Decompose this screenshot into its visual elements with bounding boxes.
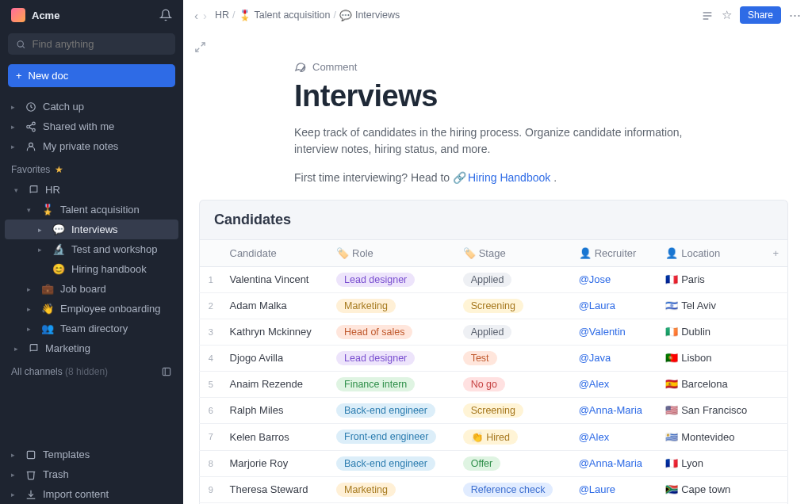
tree-test[interactable]: ▸ 🔬 Test and workshop <box>0 239 183 259</box>
star-icon[interactable]: ☆ <box>722 8 732 22</box>
cell-candidate[interactable]: Kathryn Mckinney <box>222 319 329 345</box>
cell-recruiter[interactable]: @Laure <box>571 476 658 502</box>
workspace-switcher[interactable]: Acme <box>11 8 59 22</box>
tree-interviews[interactable]: ▸ 💬 Interviews <box>5 220 178 239</box>
cell-candidate[interactable]: Valentina Vincent <box>222 266 329 292</box>
table-row[interactable]: 4Djogo AvillaLead designerTest@Java🇵🇹Lis… <box>200 345 788 371</box>
add-column-button[interactable]: + <box>764 239 788 266</box>
cell-location[interactable]: 🇵🇹Lisbon <box>657 345 764 371</box>
nav-private[interactable]: ▸ My private notes <box>0 136 183 156</box>
table-row[interactable]: 3Kathryn MckinneyHead of salesApplied@Va… <box>200 319 788 345</box>
share-button[interactable]: Share <box>740 6 781 24</box>
cell-role[interactable]: Lead designer <box>328 266 455 292</box>
notifications-icon[interactable] <box>159 9 172 22</box>
table-row[interactable]: 9Theresa StewardMarketingReference check… <box>200 476 788 502</box>
cell-location[interactable]: 🇫🇷Lyon <box>657 450 764 476</box>
tree-hr[interactable]: ▾ HR <box>0 180 183 200</box>
cell-candidate[interactable]: Theresa Steward <box>222 476 329 502</box>
table-row[interactable]: 1Valentina VincentLead designerApplied@J… <box>200 266 788 292</box>
cell-recruiter[interactable]: @Alex <box>571 371 658 397</box>
page-description[interactable]: Keep track of candidates in the hiring p… <box>294 124 707 158</box>
cell-role[interactable]: Marketing <box>328 476 455 502</box>
tree-marketing[interactable]: ▸ Marketing <box>0 338 183 358</box>
cell-recruiter[interactable]: @Jose <box>571 266 658 292</box>
nav-import[interactable]: ▸ Import content <box>0 484 183 504</box>
new-doc-button[interactable]: + New doc <box>8 64 175 87</box>
col-role[interactable]: 🏷️Role <box>328 239 455 266</box>
cell-stage[interactable]: 👏 Hired <box>455 423 571 450</box>
nav-trash[interactable]: ▸ Trash <box>0 464 183 484</box>
table-row[interactable]: 2Adam MalkaMarketingScreening@Laura🇮🇱Tel… <box>200 292 788 319</box>
toc-icon[interactable] <box>701 8 714 22</box>
tree-handbook[interactable]: ▸ 😊 Hiring handbook <box>0 259 183 279</box>
cell-candidate[interactable]: Ralph Miles <box>222 397 329 423</box>
cell-stage[interactable]: Screening <box>455 397 571 423</box>
search-input[interactable] <box>33 38 168 50</box>
cell-location[interactable]: 🇫🇷Paris <box>657 266 764 292</box>
cell-stage[interactable]: No go <box>455 371 571 397</box>
back-button[interactable]: ‹ <box>194 9 198 22</box>
cell-recruiter[interactable]: @Laura <box>571 292 658 319</box>
nav-shared[interactable]: ▸ Shared with me <box>0 116 183 136</box>
forward-button[interactable]: › <box>203 9 207 22</box>
cell-role[interactable]: Back-end engineer <box>328 450 455 476</box>
table-row[interactable]: 7Kelen BarrosFront-end engineer👏 Hired@A… <box>200 423 788 450</box>
col-recruiter[interactable]: 👤Recruiter <box>571 239 658 266</box>
page-title[interactable]: Interviews <box>294 79 764 113</box>
cell-role[interactable]: Lead designer <box>328 345 455 371</box>
tree-talent[interactable]: ▾ 🎖️ Talent acquisition <box>0 200 183 220</box>
cell-location[interactable]: 🇮🇱Tel Aviv <box>657 292 764 319</box>
table-row[interactable]: 6Ralph MilesBack-end engineerScreening@A… <box>200 397 788 423</box>
tree-directory[interactable]: ▸ 👥 Team directory <box>0 319 183 338</box>
cell-recruiter[interactable]: @Java <box>571 345 658 371</box>
svg-point-8 <box>29 143 33 147</box>
cell-role[interactable]: Back-end engineer <box>328 397 455 423</box>
more-icon[interactable]: ⋯ <box>789 8 801 22</box>
cell-candidate[interactable]: Adam Malka <box>222 292 329 319</box>
cell-stage[interactable]: Offer <box>455 450 571 476</box>
breadcrumb-hr[interactable]: HR <box>215 10 229 21</box>
all-channels[interactable]: All channels (8 hidden) <box>0 358 183 385</box>
cell-candidate[interactable]: Marjorie Roy <box>222 450 329 476</box>
collapse-icon[interactable] <box>161 366 172 377</box>
cell-location[interactable]: 🇮🇪Dublin <box>657 319 764 345</box>
cell-stage[interactable]: Screening <box>455 292 571 319</box>
cell-recruiter[interactable]: @Anna-Maria <box>571 450 658 476</box>
nav-catch-up[interactable]: ▸ Catch up <box>0 97 183 116</box>
hiring-handbook-link[interactable]: Hiring Handbook <box>468 171 550 184</box>
cell-location[interactable]: 🇪🇸Barcelona <box>657 371 764 397</box>
cell-recruiter[interactable]: @Anna-Maria <box>571 397 658 423</box>
cell-recruiter[interactable]: @Valentin <box>571 319 658 345</box>
tree-jobboard[interactable]: ▸ 💼 Job board <box>0 279 183 299</box>
breadcrumb-interviews[interactable]: Interviews <box>355 10 400 21</box>
cell-candidate[interactable]: Anaim Rezende <box>222 371 329 397</box>
cell-location[interactable]: 🇺🇾Montevideo <box>657 423 764 450</box>
expand-icon[interactable] <box>183 31 812 61</box>
breadcrumb-talent[interactable]: Talent acquisition <box>255 10 331 21</box>
table-row[interactable]: 5Anaim RezendeFinance internNo go@Alex🇪🇸… <box>200 371 788 397</box>
cell-role[interactable]: Finance intern <box>328 371 455 397</box>
cell-role[interactable]: Front-end engineer <box>328 423 455 450</box>
col-stage[interactable]: 🏷️Stage <box>455 239 571 266</box>
cell-stage[interactable]: Test <box>455 345 571 371</box>
cell-role[interactable]: Head of sales <box>328 319 455 345</box>
cell-candidate[interactable]: Kelen Barros <box>222 423 329 450</box>
cell-stage[interactable]: Reference check <box>455 476 571 502</box>
flag-icon: 🇵🇹 <box>665 352 678 364</box>
search-box[interactable] <box>8 33 175 55</box>
star-icon: ★ <box>55 164 63 175</box>
cell-role[interactable]: Marketing <box>328 292 455 319</box>
cell-stage[interactable]: Applied <box>455 266 571 292</box>
col-candidate[interactable]: Candidate <box>222 239 329 266</box>
tree-onboarding[interactable]: ▸ 👋 Employee onboarding <box>0 299 183 319</box>
row-number: 2 <box>200 292 222 319</box>
col-location[interactable]: 👤Location <box>657 239 764 266</box>
cell-location[interactable]: 🇺🇸San Francisco <box>657 397 764 423</box>
table-row[interactable]: 8Marjorie RoyBack-end engineerOffer@Anna… <box>200 450 788 476</box>
nav-templates[interactable]: ▸ Templates <box>0 445 183 464</box>
cell-stage[interactable]: Applied <box>455 319 571 345</box>
comment-button[interactable]: Comment <box>294 61 764 73</box>
cell-candidate[interactable]: Djogo Avilla <box>222 345 329 371</box>
cell-location[interactable]: 🇿🇦Cape town <box>657 476 764 502</box>
cell-recruiter[interactable]: @Alex <box>571 423 658 450</box>
